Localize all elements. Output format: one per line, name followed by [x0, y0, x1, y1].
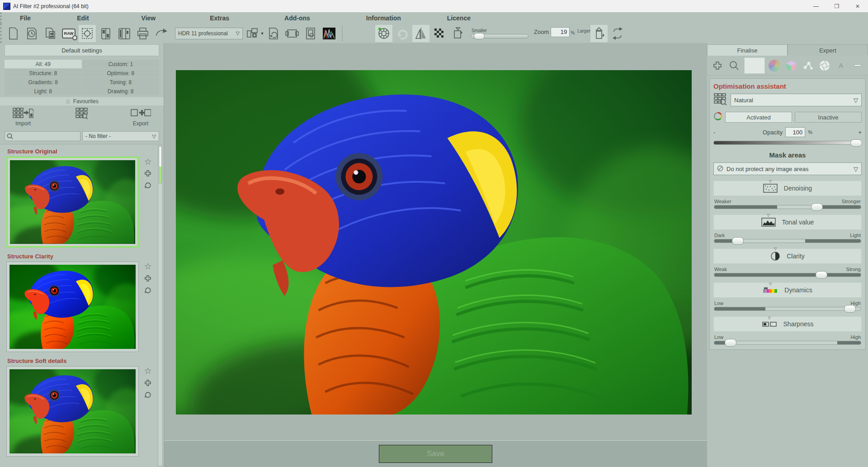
- category-light[interactable]: Light: 8: [5, 87, 82, 95]
- menu-file[interactable]: File: [14, 14, 36, 22]
- zoom-slider-thumb[interactable]: [474, 33, 485, 39]
- chevron-down-icon[interactable]: ▽: [769, 179, 772, 183]
- filter-item-structure-clarity[interactable]: Structure Clarity ☆: [6, 252, 164, 352]
- tonal-value-slider-thumb[interactable]: [732, 237, 744, 245]
- menu-extras[interactable]: Extras: [204, 14, 235, 22]
- opacity-input[interactable]: [785, 127, 805, 137]
- neutral-swatch[interactable]: [744, 57, 765, 74]
- mask-areas-dropdown[interactable]: Do not protect any image areas ▽: [713, 162, 862, 175]
- category-toning[interactable]: Toning: 8: [82, 78, 160, 86]
- filter-category-dropdown[interactable]: - No filter - ▽: [82, 131, 159, 141]
- add-variant-icon[interactable]: [143, 274, 152, 283]
- filter-search-box[interactable]: [5, 131, 80, 141]
- menu-view[interactable]: View: [136, 14, 161, 22]
- aperture-icon[interactable]: [818, 58, 831, 73]
- opacity-slider[interactable]: [713, 141, 862, 145]
- batch-processing-button[interactable]: [42, 25, 59, 42]
- histogram-button[interactable]: [321, 25, 338, 42]
- share-icon[interactable]: [153, 25, 170, 42]
- filter-thumbnail[interactable]: [6, 157, 139, 248]
- favourite-star-icon[interactable]: ☆: [143, 367, 152, 376]
- filter-item-structure-soft-details[interactable]: Structure Soft details ☆: [6, 357, 164, 457]
- denoising-header[interactable]: ▽ Denoising: [713, 181, 862, 196]
- menu-edit[interactable]: Edit: [71, 14, 94, 22]
- chevron-down-icon[interactable]: ▽: [769, 282, 772, 286]
- category-drawing[interactable]: Drawing: 8: [82, 87, 160, 95]
- crop-button[interactable]: [283, 25, 301, 42]
- compare-pixels-button[interactable]: [431, 25, 448, 42]
- split-view-button[interactable]: [97, 25, 114, 42]
- flip-horizontal-button[interactable]: [412, 25, 429, 42]
- import-presets-button[interactable]: Import: [13, 107, 33, 127]
- inactive-button[interactable]: Inactive: [795, 112, 862, 123]
- favourites-toggle[interactable]: ☆ Favourites: [0, 97, 164, 105]
- preset-select[interactable]: HDR 11 professional ▽: [175, 28, 243, 39]
- reload-image-button[interactable]: [265, 25, 282, 42]
- opacity-plus[interactable]: +: [855, 129, 862, 136]
- refresh-variants-icon[interactable]: [143, 181, 152, 190]
- sharpness-header[interactable]: ▽ Sharpness: [713, 316, 862, 332]
- clarity-slider[interactable]: [714, 273, 861, 277]
- close-button[interactable]: ✕: [847, 0, 868, 12]
- export-presets-button[interactable]: Export: [130, 107, 151, 127]
- detail-viewer-button[interactable]: [302, 25, 319, 42]
- colour-wheel-icon[interactable]: [768, 58, 781, 73]
- nodes-icon[interactable]: [801, 58, 815, 73]
- clarity-header[interactable]: ▽ Clarity: [713, 248, 862, 264]
- search-input[interactable]: [15, 133, 74, 139]
- add-variant-icon[interactable]: [143, 169, 152, 178]
- scrollbar-thumb[interactable]: [159, 146, 162, 183]
- chevron-down-icon[interactable]: ▽: [767, 213, 770, 217]
- menu-addons[interactable]: Add-ons: [279, 14, 316, 22]
- menu-information[interactable]: Information: [361, 14, 406, 22]
- favourite-star-icon[interactable]: ☆: [143, 262, 152, 271]
- colour-settings-button[interactable]: [375, 25, 392, 42]
- filter-item-structure-original[interactable]: Structure Original ☆: [6, 147, 164, 248]
- zoom-input[interactable]: [551, 27, 570, 37]
- default-settings-button[interactable]: Default settings: [5, 44, 159, 56]
- tonal-value-slider[interactable]: [714, 239, 861, 243]
- image-preview[interactable]: [176, 70, 692, 415]
- chevron-down-icon[interactable]: ▽: [768, 316, 770, 320]
- category-custom[interactable]: Custom: 1: [82, 60, 160, 68]
- zoom-slider[interactable]: [471, 34, 528, 38]
- export-image-button[interactable]: [590, 25, 608, 42]
- filter-list-scrollbar[interactable]: [158, 145, 163, 466]
- tab-finalise[interactable]: Finalise: [707, 44, 788, 56]
- sharpness-slider-thumb[interactable]: [725, 339, 736, 347]
- denoising-slider[interactable]: [714, 205, 861, 209]
- sharpness-slider[interactable]: [714, 341, 861, 345]
- colour-cube-icon[interactable]: [784, 58, 798, 73]
- denoising-slider-thumb[interactable]: [811, 203, 823, 211]
- filter-thumbnail[interactable]: [6, 262, 139, 352]
- category-optimise[interactable]: Optimise: 8: [82, 69, 160, 77]
- category-gradients[interactable]: Gradients: 8: [5, 78, 82, 86]
- print-button[interactable]: [134, 25, 151, 42]
- rotate-button[interactable]: [609, 25, 626, 42]
- tonal-value-header[interactable]: ▽ Tonal value: [713, 214, 862, 230]
- text-tool-icon[interactable]: A: [834, 58, 848, 73]
- collapse-icon[interactable]: [851, 58, 864, 73]
- menu-licence[interactable]: Licence: [442, 14, 476, 22]
- filter-thumbnail[interactable]: [6, 366, 139, 457]
- clarity-slider-thumb[interactable]: [816, 271, 827, 279]
- add-tool-icon[interactable]: [711, 58, 724, 73]
- category-structure[interactable]: Structure: 8: [5, 69, 82, 77]
- refresh-variants-icon[interactable]: [143, 390, 152, 399]
- history-button[interactable]: [23, 25, 40, 42]
- filter-settings-button[interactable]: [79, 25, 96, 42]
- refresh-variants-icon[interactable]: [143, 286, 152, 295]
- maximize-button[interactable]: ❐: [826, 0, 847, 12]
- add-variant-icon[interactable]: [143, 378, 152, 387]
- device-settings-button[interactable]: ▾: [246, 25, 264, 42]
- opacity-slider-thumb[interactable]: [850, 139, 862, 147]
- dynamics-slider[interactable]: [714, 307, 861, 311]
- open-image-button[interactable]: [5, 25, 22, 42]
- chevron-down-icon[interactable]: ▽: [774, 247, 777, 251]
- dynamics-header[interactable]: ▽ Dynamics: [713, 282, 862, 298]
- magnifier-icon[interactable]: [727, 58, 741, 73]
- save-button[interactable]: Save: [379, 445, 492, 463]
- snapshot-button[interactable]: [449, 25, 467, 42]
- triple-view-button[interactable]: [116, 25, 133, 42]
- opacity-minus[interactable]: -: [713, 129, 720, 136]
